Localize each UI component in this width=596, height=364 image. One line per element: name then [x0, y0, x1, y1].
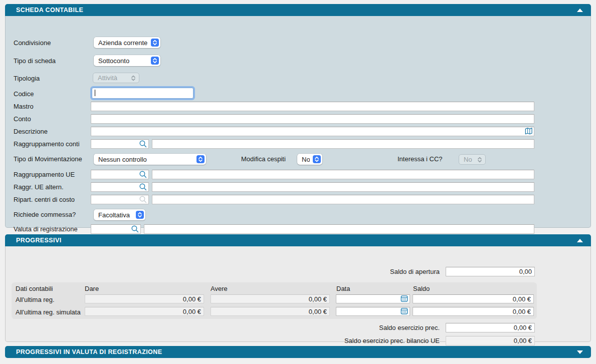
valuta-registrazione-desc-input[interactable] — [144, 224, 534, 234]
text-caret — [95, 90, 95, 96]
progressivi-body: Saldo di apertura Dati contabili Dare Av… — [5, 246, 591, 342]
saldo-apertura-input[interactable] — [446, 267, 535, 276]
select-stepper-icon — [313, 155, 321, 163]
raggruppamento-conti-code-field — [91, 139, 149, 149]
scheda-contabile-header[interactable]: SCHEDA CONTABILE — [5, 4, 591, 16]
row-label-ultima-reg: All'ultima reg. — [16, 296, 55, 303]
ultima-reg-simulata-dare-input — [85, 307, 204, 316]
raggruppamento-conti-code-input[interactable] — [91, 139, 149, 149]
raggr-ue-altern-code-input[interactable] — [91, 182, 149, 192]
codice-label: Codice — [14, 90, 34, 98]
scheda-contabile-body: Condivisione Azienda corrente Tipo di sc… — [5, 16, 591, 228]
raggruppamento-ue-label: Raggruppamento UE — [14, 171, 75, 178]
tipo-movimentazione-label: Tipo di Movimentazione — [14, 155, 82, 163]
progressivi-header[interactable]: PROGRESSIVI — [5, 234, 591, 246]
col-header-dati-contabili: Dati contabili — [16, 285, 53, 292]
select-stepper-icon — [476, 156, 484, 164]
select-stepper-icon — [196, 155, 205, 163]
descrizione-label: Descrizione — [14, 128, 48, 135]
tipologia-select: Attività — [93, 73, 139, 83]
modifica-cespiti-select-value: No — [302, 156, 310, 163]
valuta-registrazione-code-input[interactable] — [91, 224, 141, 234]
col-header-saldo: Saldo — [413, 285, 430, 292]
panel-scheda-contabile: SCHEDA CONTABILE Condivisione Azienda co… — [5, 4, 591, 228]
progressivi-table: Dati contabili Dare Avere Data Saldo All… — [12, 282, 537, 319]
ultima-reg-saldo-input[interactable] — [413, 294, 534, 303]
descrizione-input[interactable] — [91, 127, 534, 136]
tipo-movimentazione-select-value: Nessun controllo — [98, 156, 193, 163]
select-stepper-icon — [151, 57, 159, 65]
select-stepper-icon — [136, 211, 144, 219]
saldo-esercizio-prec-ue-input — [446, 336, 535, 345]
raggruppamento-conti-desc-input[interactable] — [152, 139, 534, 149]
tipologia-label: Tipologia — [14, 75, 40, 82]
modifica-cespiti-label: Modifica cespiti — [241, 155, 286, 163]
raggruppamento-ue-desc-input[interactable] — [152, 170, 534, 179]
panel-progressivi: PROGRESSIVI Saldo di apertura Dati conta… — [5, 234, 591, 342]
raggr-ue-altern-code-field — [91, 182, 149, 192]
collapse-icon[interactable] — [577, 9, 583, 12]
col-header-dare: Dare — [85, 285, 99, 292]
ultima-reg-data-input[interactable] — [336, 294, 410, 303]
row-label-ultima-reg-simulata: All'ultima reg. simulata — [16, 308, 81, 316]
raggruppamento-ue-code-input[interactable] — [91, 170, 149, 179]
col-header-data: Data — [336, 285, 350, 292]
saldo-apertura-label: Saldo di apertura — [390, 268, 440, 275]
ultima-reg-simulata-saldo-input[interactable] — [413, 307, 534, 316]
ripart-centri-costo-code-field — [91, 195, 149, 204]
valuta-registrazione-label: Valuta di registrazione — [14, 225, 78, 233]
ultima-reg-simulata-data-input[interactable] — [336, 307, 410, 316]
condivisione-select[interactable]: Azienda corrente — [94, 37, 160, 48]
ultima-reg-simulata-avere-input — [211, 307, 330, 316]
tipo-scheda-select[interactable]: Sottoconto — [94, 55, 160, 66]
progressivi-valuta-header[interactable]: PROGRESSIVI IN VALUTA DI REGISTRAZIONE — [5, 346, 591, 358]
ultima-reg-avere-input — [211, 294, 330, 303]
collapse-icon[interactable] — [577, 239, 583, 242]
panel-progressivi-valuta: PROGRESSIVI IN VALUTA DI REGISTRAZIONE — [5, 346, 591, 358]
tipo-scheda-label: Tipo di scheda — [14, 57, 56, 65]
richiede-commessa-label: Richiede commessa? — [14, 211, 76, 218]
scheda-contabile-title: SCHEDA CONTABILE — [16, 7, 83, 14]
raggruppamento-ue-code-field — [91, 170, 149, 179]
richiede-commessa-select-value: Facoltativa — [98, 211, 133, 219]
conto-label: Conto — [14, 115, 31, 123]
raggr-ue-altern-desc-input[interactable] — [152, 182, 534, 192]
interessa-cc-select-value: No — [464, 156, 473, 163]
raggr-ue-altern-label: Raggr. UE altern. — [14, 183, 64, 191]
richiede-commessa-select[interactable]: Facoltativa — [94, 209, 145, 220]
interessa-cc-select: No — [459, 154, 486, 165]
ripart-centri-costo-code-input[interactable] — [91, 195, 149, 204]
progressivi-valuta-title: PROGRESSIVI IN VALUTA DI REGISTRAZIONE — [16, 348, 162, 355]
modifica-cespiti-select[interactable]: No — [297, 154, 322, 165]
ripart-centri-costo-label: Ripart. centri di costo — [14, 196, 75, 203]
condivisione-select-value: Azienda corrente — [98, 39, 148, 47]
select-stepper-icon — [151, 39, 159, 47]
progressivi-title: PROGRESSIVI — [16, 237, 62, 244]
codice-input[interactable] — [92, 88, 193, 99]
ripart-centri-costo-desc-input[interactable] — [152, 195, 534, 204]
mastro-label: Mastro — [14, 103, 34, 110]
tipo-movimentazione-select[interactable]: Nessun controllo — [94, 154, 206, 165]
ultima-reg-dare-input — [85, 294, 204, 303]
valuta-registrazione-code-field — [91, 224, 141, 234]
col-header-avere: Avere — [211, 285, 228, 292]
conto-input[interactable] — [91, 114, 534, 124]
raggruppamento-conti-label: Raggruppamento conti — [14, 140, 80, 148]
mastro-input[interactable] — [91, 102, 534, 111]
interessa-cc-label: Interessa i CC? — [398, 155, 443, 163]
condivisione-label: Condivisione — [14, 39, 51, 47]
saldo-esercizio-prec-ue-label: Saldo esercizio prec. bilancio UE — [344, 337, 440, 344]
ultima-reg-data-field — [336, 294, 410, 303]
select-stepper-icon — [129, 74, 137, 82]
tipo-scheda-select-value: Sottoconto — [98, 57, 148, 65]
saldo-esercizio-prec-label: Saldo esercizio prec. — [379, 324, 440, 331]
descrizione-field — [91, 127, 534, 136]
tipologia-select-value: Attività — [98, 74, 126, 82]
expand-icon[interactable] — [577, 350, 583, 354]
saldo-esercizio-prec-input[interactable] — [446, 323, 535, 332]
ultima-reg-simulata-data-field — [336, 307, 410, 316]
